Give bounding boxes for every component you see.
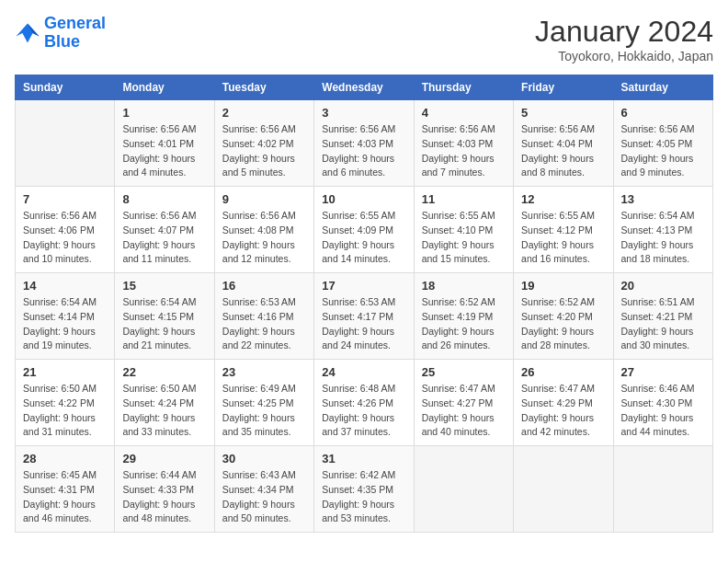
weekday-header: Monday	[115, 75, 214, 100]
day-number: 16	[222, 279, 306, 293]
day-info: Sunrise: 6:54 AMSunset: 4:15 PMDaylight:…	[122, 295, 206, 353]
calendar-cell	[414, 446, 513, 533]
location-subtitle: Toyokoro, Hokkaido, Japan	[535, 49, 713, 63]
day-info: Sunrise: 6:53 AMSunset: 4:17 PMDaylight:…	[322, 295, 405, 353]
day-info: Sunrise: 6:56 AMSunset: 4:04 PMDaylight:…	[521, 122, 605, 180]
day-number: 17	[322, 279, 405, 293]
day-info: Sunrise: 6:54 AMSunset: 4:14 PMDaylight:…	[23, 295, 107, 353]
calendar-week-row: 28Sunrise: 6:45 AMSunset: 4:31 PMDayligh…	[16, 446, 713, 533]
calendar-cell: 10Sunrise: 6:55 AMSunset: 4:09 PMDayligh…	[314, 187, 414, 273]
calendar-cell: 19Sunrise: 6:52 AMSunset: 4:20 PMDayligh…	[514, 273, 613, 360]
day-number: 15	[122, 279, 206, 293]
day-number: 27	[621, 365, 705, 379]
month-title: January 2024	[535, 15, 713, 49]
day-info: Sunrise: 6:56 AMSunset: 4:07 PMDaylight:…	[122, 209, 206, 267]
calendar-cell: 21Sunrise: 6:50 AMSunset: 4:22 PMDayligh…	[16, 360, 115, 446]
day-number: 26	[521, 365, 605, 379]
day-info: Sunrise: 6:55 AMSunset: 4:09 PMDaylight:…	[322, 209, 405, 267]
day-number: 7	[23, 192, 107, 206]
calendar-cell: 17Sunrise: 6:53 AMSunset: 4:17 PMDayligh…	[314, 273, 414, 360]
calendar-cell: 28Sunrise: 6:45 AMSunset: 4:31 PMDayligh…	[16, 446, 115, 533]
calendar-cell: 18Sunrise: 6:52 AMSunset: 4:19 PMDayligh…	[414, 273, 513, 360]
calendar-cell: 7Sunrise: 6:56 AMSunset: 4:06 PMDaylight…	[16, 187, 115, 273]
calendar-cell: 24Sunrise: 6:48 AMSunset: 4:26 PMDayligh…	[314, 360, 414, 446]
calendar-cell: 16Sunrise: 6:53 AMSunset: 4:16 PMDayligh…	[214, 273, 313, 360]
day-info: Sunrise: 6:52 AMSunset: 4:19 PMDaylight:…	[422, 295, 506, 353]
calendar-table: SundayMondayTuesdayWednesdayThursdayFrid…	[15, 75, 713, 533]
calendar-cell: 14Sunrise: 6:54 AMSunset: 4:14 PMDayligh…	[16, 273, 115, 360]
weekday-header: Friday	[514, 75, 613, 100]
weekday-header: Wednesday	[314, 75, 414, 100]
calendar-cell: 26Sunrise: 6:47 AMSunset: 4:29 PMDayligh…	[514, 360, 613, 446]
calendar-cell: 22Sunrise: 6:50 AMSunset: 4:24 PMDayligh…	[115, 360, 214, 446]
day-number: 6	[621, 106, 705, 120]
calendar-week-row: 7Sunrise: 6:56 AMSunset: 4:06 PMDaylight…	[16, 187, 713, 273]
day-info: Sunrise: 6:50 AMSunset: 4:24 PMDaylight:…	[122, 382, 206, 440]
logo: General Blue	[15, 15, 106, 52]
day-info: Sunrise: 6:56 AMSunset: 4:03 PMDaylight:…	[422, 122, 506, 180]
calendar-cell: 27Sunrise: 6:46 AMSunset: 4:30 PMDayligh…	[613, 360, 712, 446]
calendar-cell: 25Sunrise: 6:47 AMSunset: 4:27 PMDayligh…	[414, 360, 513, 446]
calendar-week-row: 21Sunrise: 6:50 AMSunset: 4:22 PMDayligh…	[16, 360, 713, 446]
day-info: Sunrise: 6:55 AMSunset: 4:10 PMDaylight:…	[422, 209, 506, 267]
day-number: 11	[422, 192, 506, 206]
day-info: Sunrise: 6:47 AMSunset: 4:27 PMDaylight:…	[422, 382, 506, 440]
calendar-week-row: 1Sunrise: 6:56 AMSunset: 4:01 PMDaylight…	[16, 100, 713, 187]
logo-icon	[15, 20, 40, 46]
day-number: 2	[222, 106, 306, 120]
day-info: Sunrise: 6:49 AMSunset: 4:25 PMDaylight:…	[222, 382, 306, 440]
day-info: Sunrise: 6:56 AMSunset: 4:05 PMDaylight:…	[621, 122, 705, 180]
day-number: 1	[122, 106, 206, 120]
day-info: Sunrise: 6:46 AMSunset: 4:30 PMDaylight:…	[621, 382, 705, 440]
day-number: 21	[23, 365, 107, 379]
calendar-cell: 4Sunrise: 6:56 AMSunset: 4:03 PMDaylight…	[414, 100, 513, 187]
calendar-cell: 3Sunrise: 6:56 AMSunset: 4:03 PMDaylight…	[314, 100, 414, 187]
calendar-cell: 2Sunrise: 6:56 AMSunset: 4:02 PMDaylight…	[214, 100, 313, 187]
calendar-cell: 13Sunrise: 6:54 AMSunset: 4:13 PMDayligh…	[613, 187, 712, 273]
day-info: Sunrise: 6:47 AMSunset: 4:29 PMDaylight:…	[521, 382, 605, 440]
day-number: 24	[322, 365, 405, 379]
day-number: 29	[122, 452, 206, 465]
logo-blue: Blue	[44, 32, 80, 51]
calendar-header-row: SundayMondayTuesdayWednesdayThursdayFrid…	[16, 75, 713, 100]
day-info: Sunrise: 6:56 AMSunset: 4:02 PMDaylight:…	[222, 122, 306, 180]
day-number: 25	[422, 365, 506, 379]
day-number: 13	[621, 192, 705, 206]
calendar-cell: 12Sunrise: 6:55 AMSunset: 4:12 PMDayligh…	[514, 187, 613, 273]
calendar-cell	[16, 100, 115, 187]
day-info: Sunrise: 6:56 AMSunset: 4:01 PMDaylight:…	[122, 122, 206, 180]
day-info: Sunrise: 6:44 AMSunset: 4:33 PMDaylight:…	[122, 468, 206, 526]
calendar-cell: 9Sunrise: 6:56 AMSunset: 4:08 PMDaylight…	[214, 187, 313, 273]
calendar-cell: 11Sunrise: 6:55 AMSunset: 4:10 PMDayligh…	[414, 187, 513, 273]
day-info: Sunrise: 6:45 AMSunset: 4:31 PMDaylight:…	[23, 468, 107, 526]
calendar-cell: 8Sunrise: 6:56 AMSunset: 4:07 PMDaylight…	[115, 187, 214, 273]
calendar-week-row: 14Sunrise: 6:54 AMSunset: 4:14 PMDayligh…	[16, 273, 713, 360]
day-number: 28	[23, 452, 107, 465]
day-info: Sunrise: 6:54 AMSunset: 4:13 PMDaylight:…	[621, 209, 705, 267]
title-block: January 2024 Toyokoro, Hokkaido, Japan	[535, 15, 713, 63]
weekday-header: Saturday	[613, 75, 712, 100]
calendar-cell: 15Sunrise: 6:54 AMSunset: 4:15 PMDayligh…	[115, 273, 214, 360]
day-number: 23	[222, 365, 306, 379]
day-info: Sunrise: 6:43 AMSunset: 4:34 PMDaylight:…	[222, 468, 306, 526]
weekday-header: Thursday	[414, 75, 513, 100]
calendar-cell: 23Sunrise: 6:49 AMSunset: 4:25 PMDayligh…	[214, 360, 313, 446]
day-number: 12	[521, 192, 605, 206]
logo-general: General	[44, 14, 106, 32]
day-info: Sunrise: 6:52 AMSunset: 4:20 PMDaylight:…	[521, 295, 605, 353]
calendar-cell: 30Sunrise: 6:43 AMSunset: 4:34 PMDayligh…	[214, 446, 313, 533]
day-number: 5	[521, 106, 605, 120]
day-info: Sunrise: 6:55 AMSunset: 4:12 PMDaylight:…	[521, 209, 605, 267]
logo-text: General Blue	[44, 15, 106, 52]
day-number: 10	[322, 192, 405, 206]
day-number: 9	[222, 192, 306, 206]
day-number: 14	[23, 279, 107, 293]
day-info: Sunrise: 6:50 AMSunset: 4:22 PMDaylight:…	[23, 382, 107, 440]
calendar-cell: 29Sunrise: 6:44 AMSunset: 4:33 PMDayligh…	[115, 446, 214, 533]
calendar-cell: 20Sunrise: 6:51 AMSunset: 4:21 PMDayligh…	[613, 273, 712, 360]
day-number: 18	[422, 279, 506, 293]
day-info: Sunrise: 6:56 AMSunset: 4:03 PMDaylight:…	[322, 122, 405, 180]
calendar-cell: 1Sunrise: 6:56 AMSunset: 4:01 PMDaylight…	[115, 100, 214, 187]
day-number: 31	[322, 452, 405, 465]
day-info: Sunrise: 6:51 AMSunset: 4:21 PMDaylight:…	[621, 295, 705, 353]
